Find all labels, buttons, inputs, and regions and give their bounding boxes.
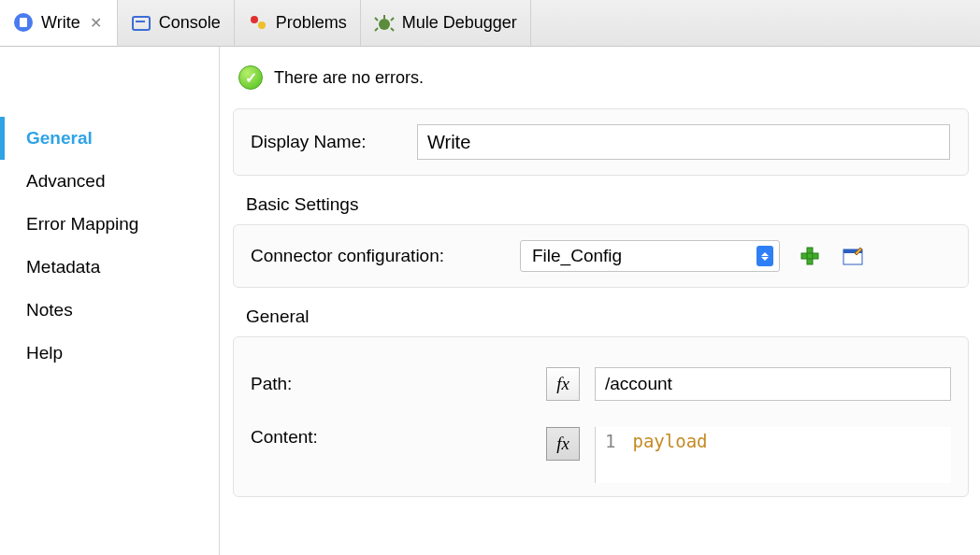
- chevron-updown-icon: [757, 246, 773, 266]
- problems-icon: [248, 13, 268, 34]
- sidebar-item-label: Advanced: [26, 171, 106, 191]
- path-label: Path:: [251, 374, 531, 394]
- sidebar-item-advanced[interactable]: Advanced: [0, 160, 219, 203]
- sidebar-item-general[interactable]: General: [0, 117, 219, 160]
- success-icon: ✓: [238, 65, 263, 90]
- path-input[interactable]: [595, 367, 951, 401]
- sidebar-item-metadata[interactable]: Metadata: [0, 246, 219, 289]
- general-panel: Path: fx Content: fx 1 payload: [233, 336, 969, 497]
- tab-label: Console: [159, 13, 221, 33]
- console-icon: [131, 13, 151, 34]
- code-text: payload: [632, 431, 707, 451]
- connector-config-select[interactable]: File_Config: [520, 240, 780, 272]
- svg-rect-3: [136, 21, 145, 22]
- close-icon[interactable]: ✕: [88, 14, 104, 32]
- svg-point-5: [258, 21, 266, 29]
- basic-settings-panel: Connector configuration: File_Config: [233, 224, 969, 288]
- content-fx-button[interactable]: fx: [546, 427, 580, 461]
- add-config-button[interactable]: [797, 243, 823, 269]
- content-label: Content:: [251, 427, 531, 448]
- display-name-label: Display Name:: [251, 132, 400, 152]
- svg-line-8: [375, 18, 378, 21]
- content: ✓ There are no errors. Display Name: Bas…: [220, 47, 980, 555]
- svg-line-9: [391, 18, 394, 21]
- sidebar-item-label: Notes: [26, 300, 73, 320]
- sidebar-item-label: Error Mapping: [26, 214, 138, 234]
- basic-settings-title: Basic Settings: [246, 194, 969, 215]
- sidebar-item-notes[interactable]: Notes: [0, 289, 219, 332]
- status-row: ✓ There are no errors.: [233, 65, 969, 90]
- svg-rect-2: [133, 17, 150, 30]
- sidebar-item-label: Metadata: [26, 257, 100, 277]
- svg-rect-13: [801, 253, 818, 259]
- sidebar-item-help[interactable]: Help: [0, 332, 219, 375]
- svg-line-11: [391, 28, 394, 31]
- content-code-editor[interactable]: 1 payload: [595, 427, 951, 483]
- general-title: General: [246, 306, 969, 327]
- tab-mule-debugger[interactable]: Mule Debugger: [361, 0, 531, 46]
- main-area: General Advanced Error Mapping Metadata …: [0, 47, 980, 555]
- svg-rect-1: [20, 18, 27, 27]
- code-line-number: 1: [605, 431, 615, 451]
- tab-bar: Write ✕ Console Problems Mule Debugger: [0, 0, 980, 47]
- sidebar: General Advanced Error Mapping Metadata …: [0, 47, 220, 555]
- display-name-input[interactable]: [417, 124, 950, 160]
- connector-config-value: File_Config: [532, 246, 622, 266]
- sidebar-item-error-mapping[interactable]: Error Mapping: [0, 203, 219, 246]
- path-fx-button[interactable]: fx: [546, 367, 580, 401]
- sidebar-item-label: General: [26, 128, 93, 148]
- connector-config-label: Connector configuration:: [251, 246, 503, 266]
- tab-label: Mule Debugger: [402, 13, 517, 33]
- tab-console[interactable]: Console: [118, 0, 235, 46]
- display-name-panel: Display Name:: [233, 108, 969, 176]
- debugger-icon: [374, 13, 395, 34]
- edit-config-button[interactable]: [840, 243, 866, 269]
- tab-label: Write: [41, 13, 80, 33]
- svg-point-6: [379, 19, 390, 30]
- sidebar-item-label: Help: [26, 343, 63, 363]
- tab-problems[interactable]: Problems: [235, 0, 361, 46]
- svg-point-4: [251, 16, 258, 23]
- tab-label: Problems: [276, 13, 347, 33]
- write-icon: [13, 12, 34, 33]
- status-message: There are no errors.: [274, 68, 424, 88]
- tab-write[interactable]: Write ✕: [0, 0, 118, 46]
- svg-line-10: [375, 28, 378, 31]
